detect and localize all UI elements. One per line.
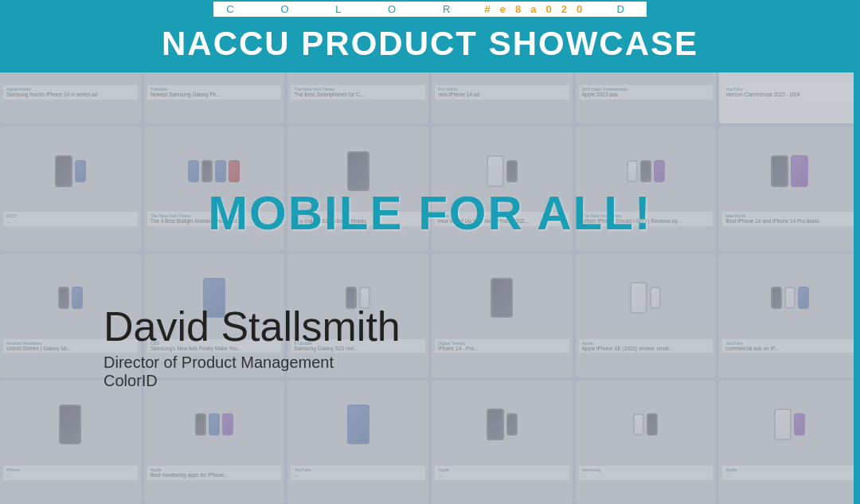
header: C O L O R #e8a020 D NACCU PRODUCT SHOWCA… xyxy=(0,0,860,72)
brand-logo: C O L O R #e8a020 D xyxy=(213,2,647,17)
content-overlay: MOBILE FOR ALL! David Stallsmith Directo… xyxy=(0,72,860,504)
main-tagline: MOBILE FOR ALL! xyxy=(208,186,652,240)
header-top-bar: C O L O R #e8a020 D xyxy=(0,0,860,17)
presenter-company: ColorID xyxy=(104,372,401,390)
showcase-title: NACCU PRODUCT SHOWCASE xyxy=(0,25,860,63)
presenter-info: David Stallsmith Director of Product Man… xyxy=(104,304,401,389)
right-accent-bar xyxy=(854,0,860,504)
brand-accent-i: #e8a020 xyxy=(485,3,592,15)
header-title-bar: NACCU PRODUCT SHOWCASE xyxy=(0,17,860,72)
presenter-title: Director of Product Management xyxy=(104,354,401,372)
presenter-name: David Stallsmith xyxy=(104,304,401,350)
